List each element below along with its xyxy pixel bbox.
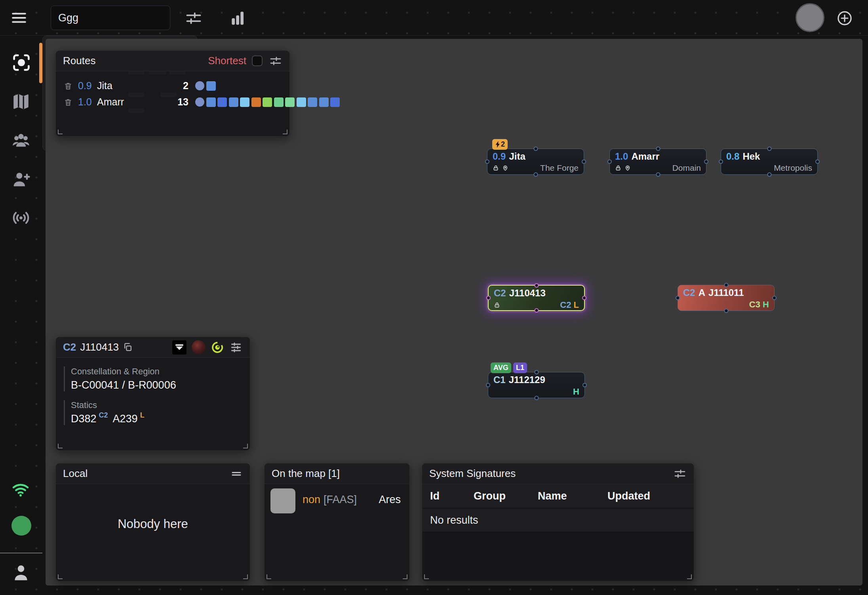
- connector-dot[interactable]: [767, 147, 771, 151]
- system-info-header[interactable]: C2 J110413: [56, 337, 250, 358]
- map-select-input[interactable]: [51, 6, 170, 30]
- node-j110413[interactable]: C2 J110413 C2 L: [488, 285, 585, 311]
- routes-settings-button[interactable]: [269, 55, 282, 67]
- node-hek[interactable]: 0.8 Hek Metropolis: [721, 149, 818, 175]
- connector-dot[interactable]: [724, 309, 728, 313]
- sliders-icon: [269, 55, 282, 67]
- on-the-map-header[interactable]: On the map [1]: [265, 463, 409, 484]
- route-jump-chip[interactable]: [297, 97, 306, 107]
- shortest-checkbox[interactable]: [252, 55, 263, 66]
- map-stats-button[interactable]: [229, 9, 249, 28]
- routes-panel-header[interactable]: Routes Shortest: [56, 51, 289, 71]
- route-jump-chip[interactable]: [330, 97, 340, 107]
- route-jump-chip[interactable]: [263, 97, 272, 107]
- route-origin-dot[interactable]: [195, 81, 204, 90]
- connector-dot[interactable]: [656, 147, 660, 151]
- sidebar-item-maps[interactable]: [11, 91, 32, 112]
- corp-avatar[interactable]: [192, 340, 206, 354]
- connector-dot[interactable]: [533, 147, 538, 151]
- route-jump-chip[interactable]: [240, 97, 249, 107]
- connector-dot[interactable]: [533, 172, 538, 177]
- connector-dot[interactable]: [534, 396, 539, 400]
- connector-dot[interactable]: [534, 308, 539, 313]
- locate-button[interactable]: [211, 341, 224, 354]
- route-jump-chip[interactable]: [206, 97, 216, 107]
- connection-status-button[interactable]: [11, 479, 32, 500]
- route-jump-chip[interactable]: [308, 97, 317, 107]
- signatures-settings-button[interactable]: [673, 467, 687, 480]
- signatures-column[interactable]: Updated: [607, 490, 694, 502]
- route-jump-chip[interactable]: [319, 97, 329, 107]
- region-name: Metropolis: [774, 163, 812, 173]
- route-jump-count: 2: [171, 80, 188, 92]
- connector-dot[interactable]: [486, 383, 490, 387]
- sidebar-item-profile[interactable]: [11, 563, 32, 583]
- connector-dot[interactable]: [485, 160, 489, 164]
- sidebar-item-tracking[interactable]: [11, 52, 32, 73]
- system-settings-button[interactable]: [229, 341, 243, 354]
- connector-dot[interactable]: [704, 160, 708, 164]
- delete-route-button[interactable]: [64, 98, 73, 107]
- connector-dot[interactable]: [607, 160, 612, 164]
- resize-handle[interactable]: [58, 444, 63, 448]
- sov-logo[interactable]: [172, 340, 187, 355]
- node-amarr[interactable]: 1.0 Amarr Domain: [609, 149, 706, 175]
- sidebar-item-signals[interactable]: [11, 208, 32, 228]
- route-destination[interactable]: Jita: [97, 80, 112, 92]
- local-title: Local: [63, 467, 88, 480]
- map-canvas[interactable]: 2 0.9 Jita The Forge 1.0 Amarr Domain: [42, 36, 868, 595]
- signatures-header[interactable]: System Signatures: [422, 463, 694, 484]
- constellation-section: Constellation & Region B-C00041 / B-R000…: [64, 366, 250, 391]
- connector-dot[interactable]: [724, 283, 728, 287]
- route-jump-chip[interactable]: [217, 97, 227, 107]
- connector-dot[interactable]: [772, 296, 777, 300]
- connector-dot[interactable]: [486, 296, 491, 300]
- resize-handle[interactable]: [424, 574, 429, 579]
- connector-dot[interactable]: [534, 283, 539, 288]
- sidebar-divider: [0, 553, 42, 553]
- user-avatar[interactable]: [796, 3, 824, 32]
- resize-handle[interactable]: [243, 444, 248, 448]
- resize-handle[interactable]: [403, 574, 407, 579]
- route-jump-chip[interactable]: [229, 97, 238, 107]
- route-jump-chip[interactable]: [206, 81, 216, 91]
- resize-handle[interactable]: [687, 574, 692, 579]
- local-panel-header[interactable]: Local: [56, 463, 250, 484]
- signatures-column[interactable]: Id: [430, 490, 474, 502]
- resize-handle[interactable]: [58, 574, 63, 579]
- resize-handle[interactable]: [283, 130, 287, 134]
- connector-dot[interactable]: [656, 172, 660, 177]
- status-dot[interactable]: [11, 516, 31, 536]
- connector-dot[interactable]: [767, 172, 771, 177]
- sidebar-item-characters[interactable]: [11, 130, 32, 151]
- connector-dot[interactable]: [534, 370, 539, 374]
- connector-dot[interactable]: [582, 383, 587, 387]
- route-destination[interactable]: Amarr: [97, 96, 124, 108]
- resize-handle[interactable]: [266, 574, 271, 579]
- resize-handle[interactable]: [243, 574, 248, 579]
- map-filters-button[interactable]: [185, 9, 205, 28]
- sidebar-item-add-character[interactable]: [11, 169, 32, 189]
- connector-dot[interactable]: [582, 296, 586, 300]
- add-button[interactable]: [836, 10, 854, 27]
- statics-values: D382C2 A239L: [71, 413, 250, 425]
- connector-dot[interactable]: [676, 296, 680, 300]
- connector-dot[interactable]: [582, 160, 586, 164]
- connector-dot[interactable]: [815, 160, 820, 164]
- node-j112129[interactable]: AVG L1 C1 J112129 H: [488, 372, 585, 398]
- route-jump-chip[interactable]: [274, 97, 284, 107]
- connector-dot[interactable]: [719, 160, 723, 164]
- node-jita[interactable]: 2 0.9 Jita The Forge: [487, 149, 584, 175]
- resize-handle[interactable]: [58, 130, 63, 134]
- menu-button[interactable]: [10, 9, 29, 27]
- route-jump-chip[interactable]: [285, 97, 295, 107]
- signatures-column[interactable]: Name: [538, 490, 607, 502]
- node-j111011[interactable]: C2 A J111011 C3 H: [678, 285, 775, 311]
- copy-button[interactable]: [123, 342, 133, 352]
- pilot-row[interactable]: non[FAAS]Ares: [265, 484, 409, 524]
- delete-route-button[interactable]: [64, 82, 73, 90]
- route-origin-dot[interactable]: [195, 97, 204, 107]
- signatures-column[interactable]: Group: [474, 490, 538, 502]
- local-menu-button[interactable]: [230, 468, 243, 480]
- route-jump-chip[interactable]: [251, 97, 261, 107]
